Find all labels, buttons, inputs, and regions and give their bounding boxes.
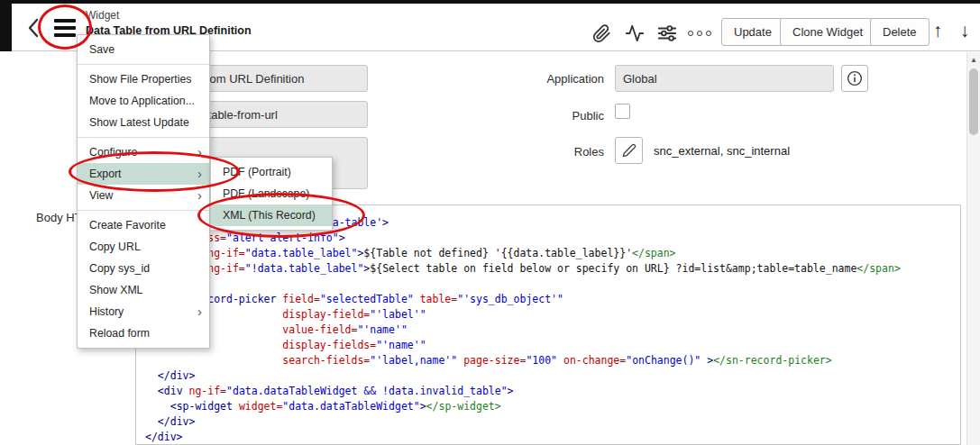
menu-item-label: Show Latest Update [89, 116, 189, 129]
menu-item-copy-sys-id[interactable]: Copy sys_id [78, 258, 209, 279]
submenu-arrow-icon: › [197, 163, 202, 185]
menu-item-label: PDF (Landscape) [223, 187, 309, 200]
code-line [145, 277, 951, 292]
delete-button[interactable]: Delete [870, 18, 930, 46]
code-line: display-fields="'name'" [145, 338, 951, 353]
hamburger-menu-icon [54, 19, 76, 23]
submenu-arrow-icon: › [197, 185, 202, 206]
menu-item-label: Copy URL [89, 241, 141, 253]
activity-stream-button[interactable] [623, 22, 646, 45]
menu-item-history[interactable]: History› [78, 301, 209, 322]
menu-item-label: PDF (Portrait) [223, 166, 291, 178]
more-options-button[interactable] [687, 28, 712, 39]
back-button[interactable] [21, 15, 46, 41]
application-field[interactable] [615, 65, 834, 92]
code-line: <sn-record-picker field="selectedTable" … [145, 292, 951, 307]
menu-separator [78, 137, 209, 138]
paperclip-icon [592, 24, 611, 43]
scrollbar-thumb[interactable] [969, 68, 978, 135]
top-edge [0, 0, 980, 4]
menu-item-label: Save [89, 43, 114, 56]
menu-item-pdf-portrait[interactable]: PDF (Portrait) [211, 161, 332, 183]
body-html-code-editor[interactable]: <div class='v${data.table}/data-table'> … [135, 204, 961, 445]
menu-item-show-file-properties[interactable]: Show File Properties [78, 68, 209, 90]
scroll-up-arrow[interactable]: ▲ [967, 54, 980, 67]
code-line: display-field="'label'" [145, 307, 951, 322]
context-menu: SaveShow File PropertiesMove to Applicat… [77, 34, 210, 349]
roles-label: Roles [487, 145, 604, 159]
info-icon [847, 70, 863, 86]
menu-item-copy-url[interactable]: Copy URL [78, 236, 209, 258]
menu-item-xml-this-record[interactable]: XML (This Record) [211, 204, 332, 226]
code-line: <div ng-if="data.dataTableWidget && !dat… [145, 384, 951, 399]
public-label: Public [487, 109, 604, 123]
update-button[interactable]: Update [721, 18, 784, 46]
menu-item-label: Configure [89, 146, 137, 159]
export-submenu: PDF (Portrait)PDF (Landscape)XML (This R… [210, 157, 333, 231]
menu-item-label: Copy sys_id [89, 262, 150, 275]
record-type-label: Widget [86, 9, 252, 22]
code-line: search-fields="'label,name'" page-size="… [145, 353, 951, 368]
menu-item-label: View [89, 189, 113, 202]
menu-item-create-favorite[interactable]: Create Favorite [78, 214, 209, 236]
menu-item-save[interactable]: Save [78, 39, 209, 60]
previous-record-button[interactable]: ↑ [926, 16, 949, 45]
menu-item-label: History [89, 305, 124, 318]
attachment-button[interactable] [590, 22, 613, 45]
activity-icon [625, 23, 645, 43]
submenu-arrow-icon: › [197, 301, 202, 322]
menu-item-label: XML (This Record) [223, 209, 316, 222]
clone-widget-button[interactable]: Clone Widget [780, 18, 875, 46]
menu-item-label: Show XML [89, 284, 142, 296]
code-line: value-field="'name'" [145, 322, 951, 338]
code-line: </div> [145, 368, 951, 384]
code-line: <span ng-if="data.table_label">${Table n… [145, 246, 951, 261]
menu-item-label: Export [89, 168, 122, 180]
sliders-icon [657, 23, 677, 43]
menu-item-reload-form[interactable]: Reload form [78, 322, 209, 344]
menu-item-export[interactable]: Export› [78, 163, 209, 185]
menu-separator [78, 210, 209, 211]
menu-item-show-latest-update[interactable]: Show Latest Update [78, 112, 209, 133]
more-options-icon [688, 31, 693, 36]
application-info-button[interactable] [841, 65, 868, 92]
pencil-icon [622, 143, 637, 158]
code-line: <sp-widget widget="data.dataTableWidget"… [145, 399, 951, 414]
widget-form-window: Widget Data Table from URL Definition Up… [0, 0, 980, 445]
application-label: Application [487, 72, 604, 86]
code-lines: <div class='v${data.table}/data-table'> … [145, 215, 951, 445]
menu-item-move-to-application[interactable]: Move to Application... [78, 90, 209, 112]
menu-item-label: Move to Application... [89, 95, 195, 107]
roles-value: snc_external, snc_internal [654, 144, 790, 158]
title-block: Widget Data Table from URL Definition [86, 9, 252, 37]
menu-item-show-xml[interactable]: Show XML [78, 279, 209, 301]
next-record-button[interactable]: ↓ [953, 16, 976, 45]
code-line: </div> [145, 430, 951, 445]
edit-roles-button[interactable] [615, 137, 643, 164]
public-checkbox[interactable] [615, 104, 630, 119]
code-line: <div class="alert alert-info"> [145, 231, 951, 246]
context-menu-button[interactable] [50, 14, 80, 42]
personalize-form-button[interactable] [655, 22, 679, 45]
submenu-arrow-icon: › [197, 141, 202, 163]
code-line: <span ng-if="!data.table_label">${Select… [145, 261, 951, 277]
menu-item-view[interactable]: View› [78, 185, 209, 206]
menu-item-label: Show File Properties [89, 73, 191, 86]
menu-item-label: Reload form [89, 327, 150, 340]
menu-separator [78, 64, 209, 65]
menu-item-pdf-landscape[interactable]: PDF (Landscape) [211, 183, 332, 204]
vertical-scrollbar[interactable]: ▲ [966, 52, 980, 445]
menu-item-configure[interactable]: Configure› [78, 141, 209, 163]
code-line: </div> [145, 414, 951, 430]
left-edge [0, 0, 12, 51]
menu-item-label: Create Favorite [89, 219, 166, 232]
back-chevron-icon [27, 18, 40, 38]
